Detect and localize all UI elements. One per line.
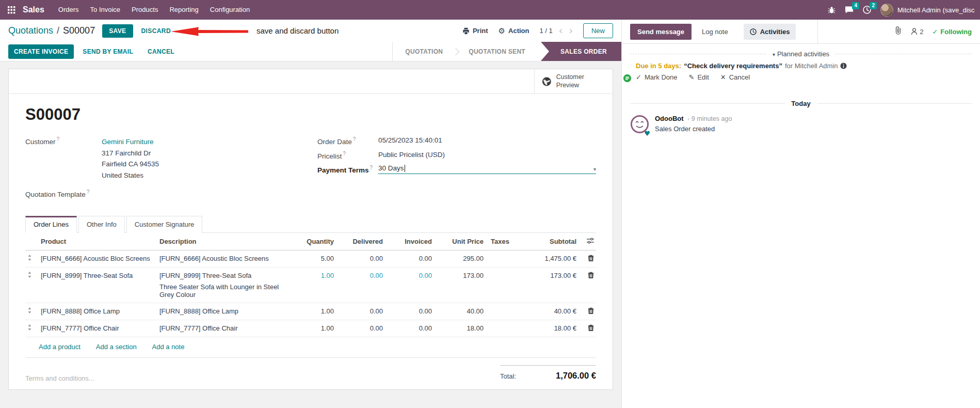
stage-sales-order-active[interactable]: SALES ORDER (541, 42, 621, 61)
customer-name-link[interactable]: Gemini Furniture (102, 136, 159, 148)
tab-order-lines[interactable]: Order Lines (25, 216, 77, 233)
order-date-field[interactable]: 05/25/2023 15:40:01 (378, 136, 442, 146)
customer-country: United States (102, 170, 159, 181)
cell-product[interactable]: [FURN_8999] Three-Seat Sofa (39, 267, 157, 303)
terms-and-conditions-field[interactable]: Terms and conditions... (25, 365, 94, 382)
discard-button[interactable]: DISCARD (141, 27, 171, 35)
cell-quantity[interactable]: 1.00 (291, 267, 336, 303)
cell-quantity[interactable]: 1.00 (291, 320, 336, 337)
nav-menu-products[interactable]: Products (126, 0, 164, 20)
delete-line-icon[interactable] (579, 267, 596, 303)
action-gear-button[interactable]: ⚙ Action (499, 26, 529, 36)
followers-button[interactable]: 2 (911, 28, 923, 36)
cell-invoiced[interactable]: 0.00 (385, 320, 434, 337)
cell-delivered[interactable]: 0.00 (336, 250, 385, 267)
message-timestamp: - 9 minutes ago (687, 115, 732, 122)
column-taxes: Taxes (486, 233, 525, 250)
cell-quantity[interactable]: 1.00 (291, 303, 336, 320)
following-button[interactable]: ✓ Following (932, 28, 972, 36)
drag-handle-icon[interactable] (25, 267, 39, 303)
payment-terms-field[interactable]: 30 Days ▾ (378, 164, 596, 174)
bug-icon[interactable] (828, 6, 836, 14)
pager-previous-icon[interactable]: ‹ (559, 26, 563, 36)
nav-menu-configuration[interactable]: Configuration (204, 0, 255, 20)
breadcrumb-quotations-link[interactable]: Quotations (8, 25, 53, 36)
cell-product[interactable]: [FURN_8888] Office Lamp (39, 303, 157, 320)
cell-unit-price[interactable]: 18.00 (434, 320, 486, 337)
optional-columns-button[interactable] (579, 233, 596, 250)
stage-quotation-sent[interactable]: QUOTATION SENT (456, 42, 538, 61)
tab-other-info[interactable]: Other Info (78, 216, 125, 233)
cell-taxes[interactable] (486, 267, 525, 303)
cell-unit-price[interactable]: 40.00 (434, 303, 486, 320)
cell-invoiced[interactable]: 0.00 (385, 303, 434, 320)
messages-icon[interactable]: 4 (845, 6, 854, 14)
stage-quotation[interactable]: QUOTATION (393, 42, 455, 61)
edit-activity-button[interactable]: ✎Edit (688, 73, 709, 81)
today-label: Today (791, 100, 810, 107)
cell-delivered[interactable]: 0.00 (336, 267, 385, 303)
cell-taxes[interactable] (486, 320, 525, 337)
apps-grid-icon[interactable] (4, 3, 19, 17)
attach-files-button[interactable] (894, 26, 902, 37)
column-quantity: Quantity (291, 233, 336, 250)
add-a-product-link[interactable]: Add a product (39, 343, 81, 351)
app-name[interactable]: Sales (23, 5, 44, 14)
cancel-activity-button[interactable]: ✕Cancel (720, 73, 750, 81)
send-by-email-button[interactable]: SEND BY EMAIL (77, 44, 139, 59)
activity-due-date: Due in 5 days: (636, 62, 681, 70)
cancel-button[interactable]: CANCEL (142, 44, 180, 59)
cell-invoiced[interactable]: 0.00 (385, 267, 434, 303)
planned-activities-header[interactable]: ▾Planned activities (622, 50, 980, 58)
delete-line-icon[interactable] (579, 320, 596, 337)
globe-icon (542, 76, 552, 87)
info-icon[interactable] (840, 62, 847, 69)
tab-customer-signature[interactable]: Customer Signature (126, 216, 203, 233)
drag-handle-icon[interactable] (25, 250, 39, 267)
cell-product[interactable]: [FURN_7777] Office Chair (39, 320, 157, 337)
nav-menu-reporting[interactable]: Reporting (164, 0, 204, 20)
new-button[interactable]: New (583, 23, 613, 38)
cell-delivered[interactable]: 0.00 (336, 303, 385, 320)
drag-handle-icon[interactable] (25, 320, 39, 337)
nav-menu-to-invoice[interactable]: To Invoice (85, 0, 126, 20)
cell-taxes[interactable] (486, 303, 525, 320)
chatter-panel: Send message Log note Activities 2 (622, 20, 980, 408)
log-note-button[interactable]: Log note (696, 24, 734, 40)
delete-line-icon[interactable] (579, 250, 596, 267)
delete-line-icon[interactable] (579, 303, 596, 320)
cell-description-line2: Three Seater Sofa with Lounger in Steel … (159, 283, 288, 299)
cell-description[interactable]: [FURN_6666] Acoustic Bloc Screens (157, 250, 291, 267)
cell-delivered[interactable]: 0.00 (336, 320, 385, 337)
cell-taxes[interactable] (486, 250, 525, 267)
user-menu[interactable]: Mitchell Admin (save_discar (880, 4, 975, 17)
add-a-section-link[interactable]: Add a section (96, 343, 137, 351)
status-stages: QUOTATION QUOTATION SENT SALES ORDER (392, 42, 621, 61)
odoobot-avatar: ♥ (630, 115, 649, 136)
activities-button[interactable]: Activities (744, 24, 796, 40)
pager-next-icon[interactable]: › (569, 26, 573, 36)
save-button[interactable]: SAVE (102, 24, 133, 38)
cell-invoiced[interactable]: 0.00 (385, 250, 434, 267)
pricelist-field[interactable]: Public Pricelist (USD) (378, 151, 445, 160)
cell-description[interactable]: [FURN_7777] Office Chair (157, 320, 291, 337)
print-button[interactable]: Print (462, 27, 488, 35)
mark-done-button[interactable]: ✓Mark Done (636, 73, 677, 81)
cell-unit-price[interactable]: 173.00 (434, 267, 486, 303)
add-a-note-link[interactable]: Add a note (152, 343, 185, 351)
cell-product[interactable]: [FURN_6666] Acoustic Bloc Screens (39, 250, 157, 267)
cell-quantity[interactable]: 5.00 (291, 250, 336, 267)
pager-value: 1 / 1 (539, 27, 552, 35)
create-invoice-button[interactable]: CREATE INVOICE (8, 44, 74, 59)
cell-description[interactable]: [FURN_8888] Office Lamp (157, 303, 291, 320)
chatter-message: ♥ OdooBot - 9 minutes ago Sales Order cr… (622, 109, 980, 136)
customer-preview-button[interactable]: Customer Preview (534, 69, 613, 93)
cell-description[interactable]: [FURN_8999] Three-Seat Sofa Three Seater… (157, 267, 291, 303)
drag-handle-icon[interactable] (25, 303, 39, 320)
cell-unit-price[interactable]: 295.00 (434, 250, 486, 267)
nav-menu-orders[interactable]: Orders (53, 0, 85, 20)
dropdown-caret-icon[interactable]: ▾ (593, 166, 596, 172)
message-author[interactable]: OdooBot (655, 115, 684, 122)
send-message-button[interactable]: Send message (630, 24, 692, 40)
activities-clock-icon[interactable]: 2 (863, 6, 871, 14)
